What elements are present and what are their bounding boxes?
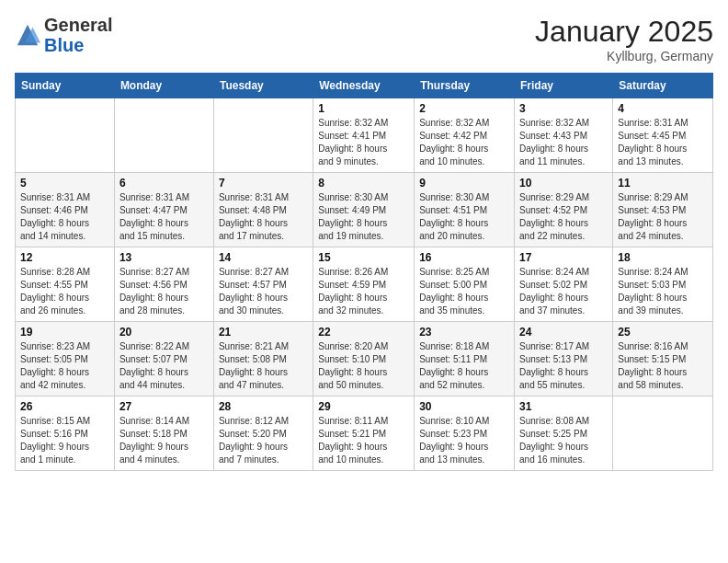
day-info: Sunrise: 8:22 AM Sunset: 5:07 PM Dayligh…	[119, 340, 209, 392]
day-info: Sunrise: 8:29 AM Sunset: 4:52 PM Dayligh…	[519, 191, 608, 243]
day-info: Sunrise: 8:16 AM Sunset: 5:15 PM Dayligh…	[618, 340, 708, 392]
calendar-cell	[213, 98, 313, 173]
day-info: Sunrise: 8:20 AM Sunset: 5:10 PM Dayligh…	[318, 340, 409, 392]
calendar-cell: 2Sunrise: 8:32 AM Sunset: 4:42 PM Daylig…	[415, 98, 515, 173]
day-number: 11	[618, 177, 708, 190]
weekday-header: Thursday	[415, 74, 515, 98]
day-number: 7	[219, 177, 308, 190]
weekday-header: Wednesday	[313, 74, 415, 98]
weekday-header: Monday	[114, 74, 213, 98]
day-info: Sunrise: 8:31 AM Sunset: 4:48 PM Dayligh…	[219, 191, 308, 243]
calendar-body: 1Sunrise: 8:32 AM Sunset: 4:41 PM Daylig…	[16, 98, 713, 471]
calendar-cell: 30Sunrise: 8:10 AM Sunset: 5:23 PM Dayli…	[415, 396, 515, 471]
weekday-header: Friday	[515, 74, 613, 98]
day-info: Sunrise: 8:11 AM Sunset: 5:21 PM Dayligh…	[318, 415, 409, 466]
calendar-cell: 11Sunrise: 8:29 AM Sunset: 4:53 PM Dayli…	[613, 173, 713, 247]
day-number: 4	[618, 102, 708, 115]
day-number: 10	[519, 177, 608, 190]
day-info: Sunrise: 8:12 AM Sunset: 5:20 PM Dayligh…	[219, 415, 308, 466]
day-number: 27	[119, 400, 209, 413]
day-info: Sunrise: 8:08 AM Sunset: 5:25 PM Dayligh…	[519, 415, 608, 466]
day-info: Sunrise: 8:23 AM Sunset: 5:05 PM Dayligh…	[20, 340, 109, 392]
day-info: Sunrise: 8:31 AM Sunset: 4:47 PM Dayligh…	[119, 191, 209, 243]
calendar-week-row: 19Sunrise: 8:23 AM Sunset: 5:05 PM Dayli…	[16, 322, 713, 396]
weekday-header: Saturday	[613, 74, 713, 98]
day-info: Sunrise: 8:30 AM Sunset: 4:49 PM Dayligh…	[318, 191, 409, 243]
calendar-cell: 18Sunrise: 8:24 AM Sunset: 5:03 PM Dayli…	[613, 247, 713, 322]
calendar-cell: 9Sunrise: 8:30 AM Sunset: 4:51 PM Daylig…	[415, 173, 515, 247]
day-info: Sunrise: 8:18 AM Sunset: 5:11 PM Dayligh…	[419, 340, 509, 392]
weekday-header: Tuesday	[213, 74, 313, 98]
day-number: 12	[20, 251, 109, 264]
calendar-cell: 24Sunrise: 8:17 AM Sunset: 5:13 PM Dayli…	[515, 322, 613, 396]
calendar-cell: 26Sunrise: 8:15 AM Sunset: 5:16 PM Dayli…	[16, 396, 115, 471]
calendar-cell: 16Sunrise: 8:25 AM Sunset: 5:00 PM Dayli…	[415, 247, 515, 322]
location: Kyllburg, Germany	[535, 49, 713, 63]
day-number: 31	[519, 400, 608, 413]
calendar-cell: 12Sunrise: 8:28 AM Sunset: 4:55 PM Dayli…	[16, 247, 115, 322]
day-info: Sunrise: 8:32 AM Sunset: 4:43 PM Dayligh…	[519, 117, 608, 168]
day-number: 6	[119, 177, 209, 190]
day-info: Sunrise: 8:25 AM Sunset: 5:00 PM Dayligh…	[419, 266, 509, 317]
day-number: 13	[119, 251, 209, 264]
day-info: Sunrise: 8:21 AM Sunset: 5:08 PM Dayligh…	[219, 340, 308, 392]
calendar-cell: 10Sunrise: 8:29 AM Sunset: 4:52 PM Dayli…	[515, 173, 613, 247]
day-number: 25	[618, 326, 708, 339]
calendar-cell: 31Sunrise: 8:08 AM Sunset: 5:25 PM Dayli…	[515, 396, 613, 471]
calendar-cell: 6Sunrise: 8:31 AM Sunset: 4:47 PM Daylig…	[114, 173, 213, 247]
day-number: 14	[219, 251, 308, 264]
day-info: Sunrise: 8:29 AM Sunset: 4:53 PM Dayligh…	[618, 191, 708, 243]
page-container: General Blue January 2025 Kyllburg, Germ…	[0, 0, 728, 478]
day-info: Sunrise: 8:24 AM Sunset: 5:03 PM Dayligh…	[618, 266, 708, 317]
day-number: 26	[20, 400, 109, 413]
title-block: January 2025 Kyllburg, Germany	[535, 15, 713, 63]
day-info: Sunrise: 8:10 AM Sunset: 5:23 PM Dayligh…	[419, 415, 509, 466]
day-number: 17	[519, 251, 608, 264]
calendar-cell: 15Sunrise: 8:26 AM Sunset: 4:59 PM Dayli…	[313, 247, 415, 322]
weekday-header: Sunday	[16, 74, 115, 98]
weekday-row: SundayMondayTuesdayWednesdayThursdayFrid…	[16, 74, 713, 98]
calendar-cell: 8Sunrise: 8:30 AM Sunset: 4:49 PM Daylig…	[313, 173, 415, 247]
day-number: 9	[419, 177, 509, 190]
month-title: January 2025	[535, 15, 713, 49]
calendar-cell	[613, 396, 713, 471]
day-info: Sunrise: 8:28 AM Sunset: 4:55 PM Dayligh…	[20, 266, 109, 317]
day-info: Sunrise: 8:17 AM Sunset: 5:13 PM Dayligh…	[519, 340, 608, 392]
day-number: 21	[219, 326, 308, 339]
calendar-cell: 27Sunrise: 8:14 AM Sunset: 5:18 PM Dayli…	[114, 396, 213, 471]
day-number: 30	[419, 400, 509, 413]
calendar-cell: 29Sunrise: 8:11 AM Sunset: 5:21 PM Dayli…	[313, 396, 415, 471]
day-number: 20	[119, 326, 209, 339]
day-number: 28	[219, 400, 308, 413]
day-number: 5	[20, 177, 109, 190]
day-info: Sunrise: 8:27 AM Sunset: 4:56 PM Dayligh…	[119, 266, 209, 317]
day-number: 23	[419, 326, 509, 339]
day-info: Sunrise: 8:24 AM Sunset: 5:02 PM Dayligh…	[519, 266, 608, 317]
day-number: 24	[519, 326, 608, 339]
day-info: Sunrise: 8:32 AM Sunset: 4:41 PM Dayligh…	[318, 117, 409, 168]
calendar-week-row: 12Sunrise: 8:28 AM Sunset: 4:55 PM Dayli…	[16, 247, 713, 322]
day-number: 29	[318, 400, 409, 413]
calendar-cell: 3Sunrise: 8:32 AM Sunset: 4:43 PM Daylig…	[515, 98, 613, 173]
day-number: 16	[419, 251, 509, 264]
calendar-cell	[114, 98, 213, 173]
logo-text: General Blue	[44, 15, 112, 55]
calendar-cell: 13Sunrise: 8:27 AM Sunset: 4:56 PM Dayli…	[114, 247, 213, 322]
day-info: Sunrise: 8:15 AM Sunset: 5:16 PM Dayligh…	[20, 415, 109, 466]
day-number: 8	[318, 177, 409, 190]
day-number: 3	[519, 102, 608, 115]
logo: General Blue	[15, 15, 112, 55]
logo-icon	[15, 22, 40, 48]
calendar-cell: 23Sunrise: 8:18 AM Sunset: 5:11 PM Dayli…	[415, 322, 515, 396]
day-info: Sunrise: 8:30 AM Sunset: 4:51 PM Dayligh…	[419, 191, 509, 243]
calendar-cell: 19Sunrise: 8:23 AM Sunset: 5:05 PM Dayli…	[16, 322, 115, 396]
calendar-header: SundayMondayTuesdayWednesdayThursdayFrid…	[16, 74, 713, 98]
calendar-table: SundayMondayTuesdayWednesdayThursdayFrid…	[15, 73, 713, 471]
calendar-cell: 17Sunrise: 8:24 AM Sunset: 5:02 PM Dayli…	[515, 247, 613, 322]
calendar-cell: 7Sunrise: 8:31 AM Sunset: 4:48 PM Daylig…	[213, 173, 313, 247]
day-info: Sunrise: 8:32 AM Sunset: 4:42 PM Dayligh…	[419, 117, 509, 168]
logo-general: General	[44, 15, 112, 35]
day-info: Sunrise: 8:31 AM Sunset: 4:46 PM Dayligh…	[20, 191, 109, 243]
day-number: 1	[318, 102, 409, 115]
day-info: Sunrise: 8:26 AM Sunset: 4:59 PM Dayligh…	[318, 266, 409, 317]
